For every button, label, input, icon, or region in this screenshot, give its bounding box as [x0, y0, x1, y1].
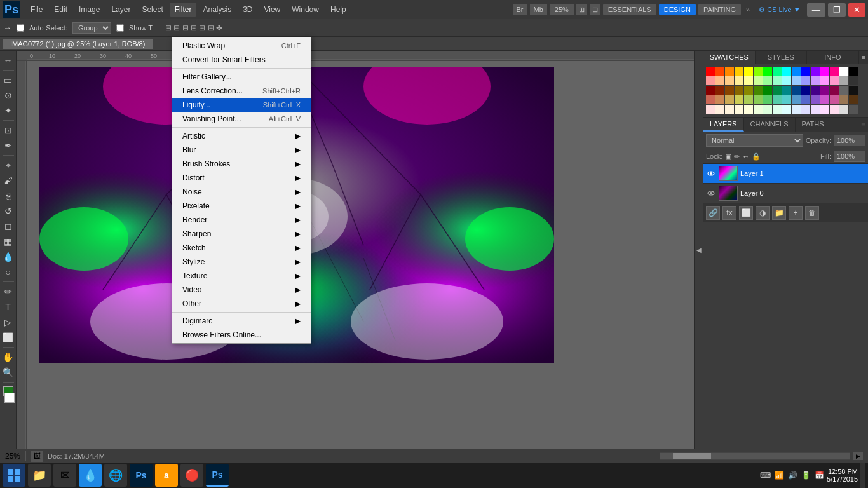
swatch-r4-8[interactable]: [773, 95, 782, 104]
crop-tool[interactable]: ⊡: [1, 123, 15, 137]
swatch-r5-7[interactable]: [763, 105, 772, 114]
swatch-r2-12[interactable]: [811, 76, 820, 85]
swatch-teal-green[interactable]: [773, 67, 782, 76]
swatch-r4-13[interactable]: [820, 95, 829, 104]
menu-window[interactable]: Window: [287, 3, 324, 17]
swatch-r3-8[interactable]: [773, 86, 782, 95]
swatch-r4-6[interactable]: [754, 95, 763, 104]
view-options-btn[interactable]: ⊞: [576, 4, 587, 15]
painting-btn[interactable]: PAINTING: [698, 4, 741, 15]
swatch-r4-12[interactable]: [811, 95, 820, 104]
swatch-r2-3[interactable]: [725, 76, 734, 85]
add-mask-btn[interactable]: ⬜: [739, 206, 753, 220]
swatch-r3-13[interactable]: [820, 86, 829, 95]
lens-correction-item[interactable]: Lens Correction... Shift+Ctrl+R: [172, 84, 311, 98]
taskbar-chrome[interactable]: 🔴: [180, 464, 203, 487]
cs-live-label[interactable]: ⚙ CS Live ▼: [755, 4, 804, 15]
taskbar-ps[interactable]: Ps: [130, 464, 153, 487]
swatch-r3-6[interactable]: [754, 86, 763, 95]
swatch-r4-2[interactable]: [715, 95, 724, 104]
menu-filter[interactable]: Filter: [170, 3, 197, 17]
swatch-r5-1[interactable]: [706, 105, 715, 114]
swatch-r5-3[interactable]: [725, 105, 734, 114]
auto-select-dropdown[interactable]: GroupLayer: [72, 22, 111, 34]
right-collapse-btn[interactable]: ◀: [694, 51, 703, 449]
opacity-input[interactable]: [834, 135, 865, 146]
brush-tool[interactable]: 🖌: [1, 173, 15, 187]
delete-layer-btn[interactable]: 🗑: [805, 206, 819, 220]
swatch-r5-8[interactable]: [773, 105, 782, 114]
swatch-pink[interactable]: [830, 67, 839, 76]
swatch-r5-9[interactable]: [782, 105, 791, 114]
panel-options-btn[interactable]: ≡: [859, 51, 868, 64]
layers-panel-options-btn[interactable]: ≡: [858, 118, 868, 132]
swatch-magenta[interactable]: [820, 67, 829, 76]
swatch-black[interactable]: [849, 67, 858, 76]
clone-stamp-tool[interactable]: ⎘: [1, 189, 15, 203]
swatch-r2-1[interactable]: [706, 76, 715, 85]
auto-select-checkbox[interactable]: [17, 24, 24, 32]
blend-mode-select[interactable]: NormalDissolveMultiply: [706, 134, 803, 147]
swatch-r2-15[interactable]: [839, 76, 848, 85]
layer-item-layer1[interactable]: Layer 1: [703, 164, 868, 184]
canvas-scroll-area[interactable]: [27, 61, 694, 449]
digimarc-item[interactable]: Digimarc ▶: [172, 314, 311, 328]
swatch-r2-4[interactable]: [735, 76, 743, 85]
taskbar-ie[interactable]: 🌐: [104, 464, 127, 487]
swatch-r4-3[interactable]: [725, 95, 734, 104]
menu-edit[interactable]: Edit: [49, 3, 72, 17]
vanishing-point-item[interactable]: Vanishing Point... Alt+Ctrl+V: [172, 112, 311, 126]
swatch-r4-10[interactable]: [792, 95, 801, 104]
swatch-r5-15[interactable]: [839, 105, 848, 114]
tab-styles[interactable]: STYLES: [756, 51, 808, 64]
noise-item[interactable]: Noise ▶: [172, 185, 311, 199]
tab-info[interactable]: INFO: [807, 51, 859, 64]
active-file-tab[interactable]: IMAG0772 (1).jpg @ 25% (Layer 1, RGB/8): [3, 39, 153, 49]
add-layer-style-btn[interactable]: fx: [722, 206, 736, 220]
swatch-r3-14[interactable]: [830, 86, 839, 95]
brush-strokes-item[interactable]: Brush Strokes ▶: [172, 157, 311, 171]
add-adjustment-btn[interactable]: ◑: [756, 206, 770, 220]
taskbar-dropbox[interactable]: 💧: [79, 464, 102, 487]
texture-item[interactable]: Texture ▶: [172, 269, 311, 283]
swatch-r3-1[interactable]: [706, 86, 715, 95]
shape-tool[interactable]: ⬜: [1, 330, 15, 344]
artistic-item[interactable]: Artistic ▶: [172, 129, 311, 143]
show-transform-checkbox[interactable]: [116, 24, 124, 32]
swatch-r2-16[interactable]: [849, 76, 858, 85]
swatch-purple[interactable]: [811, 67, 820, 76]
swatch-r4-15[interactable]: [839, 95, 848, 104]
swatch-r4-11[interactable]: [801, 95, 810, 104]
menu-view[interactable]: View: [259, 3, 285, 17]
scroll-right-btn[interactable]: ▶: [853, 452, 863, 460]
menu-select[interactable]: Select: [137, 3, 168, 17]
swatch-r5-4[interactable]: [735, 105, 743, 114]
zoom-select[interactable]: 25%: [550, 4, 574, 15]
swatch-r2-10[interactable]: [792, 76, 801, 85]
swatch-r5-12[interactable]: [811, 105, 820, 114]
swatch-r3-15[interactable]: [839, 86, 848, 95]
taskbar-explorer[interactable]: 📁: [28, 464, 51, 487]
swatch-r2-14[interactable]: [830, 76, 839, 85]
swatch-r2-13[interactable]: [820, 76, 829, 85]
design-btn[interactable]: DESIGN: [659, 4, 696, 15]
swatch-orange[interactable]: [725, 67, 734, 76]
healing-brush-tool[interactable]: ⌖: [1, 158, 15, 172]
gradient-tool[interactable]: ▦: [1, 234, 15, 248]
swatch-r2-6[interactable]: [754, 76, 763, 85]
move-tool[interactable]: ↔: [1, 53, 15, 67]
swatch-cyan[interactable]: [782, 67, 791, 76]
bridge-btn[interactable]: Br: [513, 4, 527, 15]
menu-help[interactable]: Help: [325, 3, 351, 17]
swatch-r5-11[interactable]: [801, 105, 810, 114]
swatch-r5-16[interactable]: [849, 105, 858, 114]
plastic-wrap-item[interactable]: Plastic Wrap Ctrl+F: [172, 39, 311, 53]
marquee-tool[interactable]: ▭: [1, 73, 15, 87]
taskbar-amazon[interactable]: a: [155, 464, 178, 487]
lock-all-btn[interactable]: 🔒: [752, 152, 761, 161]
sharpen-item[interactable]: Sharpen ▶: [172, 227, 311, 241]
show-desktop-btn[interactable]: [860, 463, 865, 488]
swatch-r5-13[interactable]: [820, 105, 829, 114]
path-selection-tool[interactable]: ▷: [1, 315, 15, 329]
swatch-yellow-green[interactable]: [754, 67, 763, 76]
